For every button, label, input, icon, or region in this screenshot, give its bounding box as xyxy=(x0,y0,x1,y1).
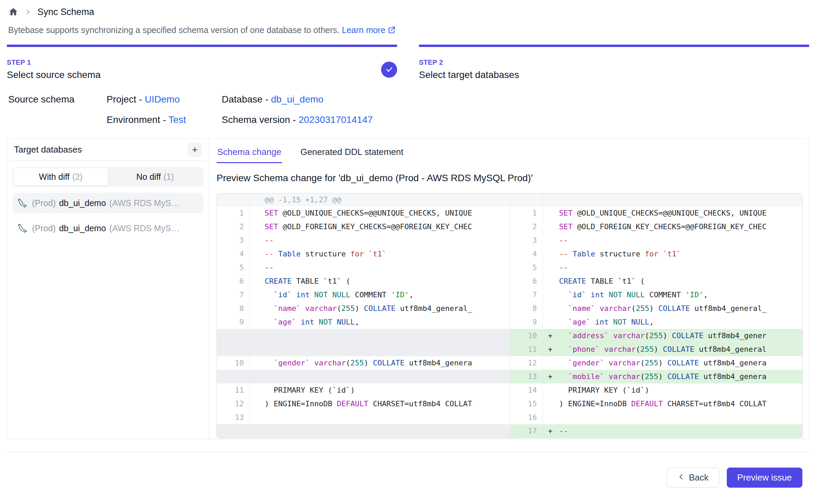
project-field: Project - UIDemo xyxy=(107,94,222,105)
diff-right-code: -- xyxy=(558,424,803,438)
diff-right-code: `mobile` varchar(255) COLLATE utf8mb4_ge… xyxy=(558,370,803,383)
diff-row: 4-- Table structure for `t1`4-- Table st… xyxy=(217,247,802,261)
diff-left-pane-row: 7 `id` int NOT NULL COMMENT 'ID', xyxy=(217,288,510,302)
diff-left-code xyxy=(250,411,510,424)
with-diff-tab[interactable]: With diff (2) xyxy=(14,168,108,186)
diff-add-sign xyxy=(543,411,558,424)
diff-add-sign xyxy=(543,247,558,261)
diff-right-line-number: 12 xyxy=(510,356,543,370)
breadcrumb: Sync Schema xyxy=(7,0,809,18)
step-completed-check-icon xyxy=(381,62,397,78)
schema-version-field: Schema version - 20230317014147 xyxy=(222,114,373,125)
preview-tabs: Schema change Generated DDL statement xyxy=(217,145,803,163)
diff-row: 17+-- xyxy=(217,424,802,438)
diff-right-line-number: 16 xyxy=(510,411,543,424)
chevron-left-icon xyxy=(677,472,685,483)
diff-left-pane-row: 4-- Table structure for `t1` xyxy=(217,247,510,261)
schema-diff-viewer: @@ -1,15 +1,27 @@1SET @OLD_UNIQUE_CHECKS… xyxy=(217,193,803,438)
diff-right-pane-row: 12 `gender` varchar(255) COLLATE utf8mb4… xyxy=(510,356,803,370)
no-diff-tab[interactable]: No diff (1) xyxy=(108,168,202,186)
diff-right-code: `name` varchar(255) COLLATE utf8mb4_gene… xyxy=(558,302,803,315)
tab-generated-ddl[interactable]: Generated DDL statement xyxy=(300,145,404,163)
diff-left-code xyxy=(250,424,510,438)
learn-more-link[interactable]: Learn more xyxy=(342,25,386,35)
project-link[interactable]: UIDemo xyxy=(145,94,180,105)
db-instance: (AWS RDS MyS… xyxy=(109,223,179,233)
diff-row: 1316 xyxy=(217,411,802,424)
step-2: STEP 2 Select target databases xyxy=(419,45,809,80)
diff-left-code: CREATE TABLE `t1` ( xyxy=(250,274,510,288)
home-icon[interactable] xyxy=(8,7,18,17)
diff-right-code: -- xyxy=(558,261,803,274)
diff-row: 13+ `mobile` varchar(255) COLLATE utf8mb… xyxy=(217,370,802,383)
add-target-database-button[interactable]: + xyxy=(188,143,202,157)
mysql-icon xyxy=(17,222,29,234)
database-link[interactable]: db_ui_demo xyxy=(271,94,324,105)
diff-right-line-number: 5 xyxy=(510,261,543,274)
diff-left-code xyxy=(250,343,510,356)
diff-right-pane-row: 16 xyxy=(510,411,803,424)
diff-right-pane-row: 17+-- xyxy=(510,424,803,438)
target-databases-panel: Target databases + With diff (2) No diff… xyxy=(7,139,209,439)
diff-right-pane-row: 6CREATE TABLE `t1` ( xyxy=(510,274,803,288)
stepper: STEP 1 Select source schema STEP 2 Selec… xyxy=(7,45,809,80)
schema-version-link[interactable]: 20230317014147 xyxy=(299,114,373,125)
with-diff-count: (2) xyxy=(72,172,83,182)
tab-schema-change[interactable]: Schema change xyxy=(217,145,282,163)
diff-right-line-number: 9 xyxy=(510,315,543,329)
diff-left-code: -- xyxy=(250,261,510,274)
environment-link[interactable]: Test xyxy=(169,114,186,125)
diff-left-pane-row: 13 xyxy=(217,411,510,424)
target-database-item[interactable]: (Prod) db_ui_demo (AWS RDS MyS… xyxy=(13,218,203,238)
diff-left-pane-row xyxy=(217,343,510,356)
diff-row: 7 `id` int NOT NULL COMMENT 'ID',7 `id` … xyxy=(217,288,802,302)
diff-left-pane-row: 1SET @OLD_UNIQUE_CHECKS=@@UNIQUE_CHECKS,… xyxy=(217,206,510,220)
diff-right-pane-row: 13+ `mobile` varchar(255) COLLATE utf8mb… xyxy=(510,370,803,383)
diff-right-pane-row: 1SET @OLD_UNIQUE_CHECKS=@@UNIQUE_CHECKS,… xyxy=(510,206,803,220)
database-field: Database - db_ui_demo xyxy=(222,94,373,105)
diff-left-pane-row: 5-- xyxy=(217,261,510,274)
diff-row: 2SET @OLD_FOREIGN_KEY_CHECKS=@@FOREIGN_K… xyxy=(217,220,802,234)
diff-right-line-number: 6 xyxy=(510,274,543,288)
diff-add-sign xyxy=(543,397,558,411)
target-database-item[interactable]: (Prod) db_ui_demo (AWS RDS MyS… xyxy=(13,193,203,213)
diff-right-pane-row: 14 PRIMARY KEY (`id`) xyxy=(510,383,803,397)
step-1-label: STEP 1 xyxy=(7,59,100,66)
diff-right-line-number: 7 xyxy=(510,288,543,302)
db-instance: (AWS RDS MyS… xyxy=(109,198,179,208)
diff-left-line-number: 11 xyxy=(217,383,250,397)
diff-left-pane-row xyxy=(217,329,510,343)
step-1-title: Select source schema xyxy=(7,69,100,80)
diff-filter-segmented-control: With diff (2) No diff (1) xyxy=(13,167,203,187)
diff-right-pane-row: 10+ `address` varchar(255) COLLATE utf8m… xyxy=(510,329,803,343)
diff-add-sign: + xyxy=(543,424,558,438)
diff-right-pane-row: 4-- Table structure for `t1` xyxy=(510,247,803,261)
diff-left-pane-row: 6CREATE TABLE `t1` ( xyxy=(217,274,510,288)
diff-left-line-number: 6 xyxy=(217,274,250,288)
diff-left-code: -- Table structure for `t1` xyxy=(250,247,510,261)
diff-row: 9 `age` int NOT NULL,9 `age` int NOT NUL… xyxy=(217,315,802,329)
diff-add-sign xyxy=(543,288,558,302)
diff-left-code: SET @OLD_FOREIGN_KEY_CHECKS=@@FOREIGN_KE… xyxy=(250,220,510,234)
diff-right-code: -- Table structure for `t1` xyxy=(558,247,803,261)
diff-right-code: `id` int NOT NULL COMMENT 'ID', xyxy=(558,288,803,302)
diff-left-line-number xyxy=(217,343,250,356)
diff-row: @@ -1,15 +1,27 @@ xyxy=(217,193,802,206)
footer-actions: Back Preview issue xyxy=(7,452,809,488)
diff-add-sign: + xyxy=(543,370,558,383)
diff-right-pane-row: 8 `name` varchar(255) COLLATE utf8mb4_ge… xyxy=(510,302,803,315)
diff-right-line-number: 4 xyxy=(510,247,543,261)
diff-left-line-number: 2 xyxy=(217,220,250,234)
diff-add-sign xyxy=(543,274,558,288)
diff-left-line-number xyxy=(217,329,250,343)
diff-right-line-number: 17 xyxy=(510,424,543,438)
diff-left-code: `age` int NOT NULL, xyxy=(250,315,510,329)
target-databases-title: Target databases xyxy=(14,144,82,155)
diff-right-code: ) ENGINE=InnoDB DEFAULT CHARSET=utf8mb4 … xyxy=(558,397,803,411)
diff-left-pane-row: 9 `age` int NOT NULL, xyxy=(217,315,510,329)
diff-left-line-number xyxy=(217,193,250,206)
diff-left-code: ) ENGINE=InnoDB DEFAULT CHARSET=utf8mb4 … xyxy=(250,397,510,411)
preview-issue-button[interactable]: Preview issue xyxy=(727,468,802,488)
diff-left-line-number: 10 xyxy=(217,356,250,370)
back-button[interactable]: Back xyxy=(667,468,719,488)
